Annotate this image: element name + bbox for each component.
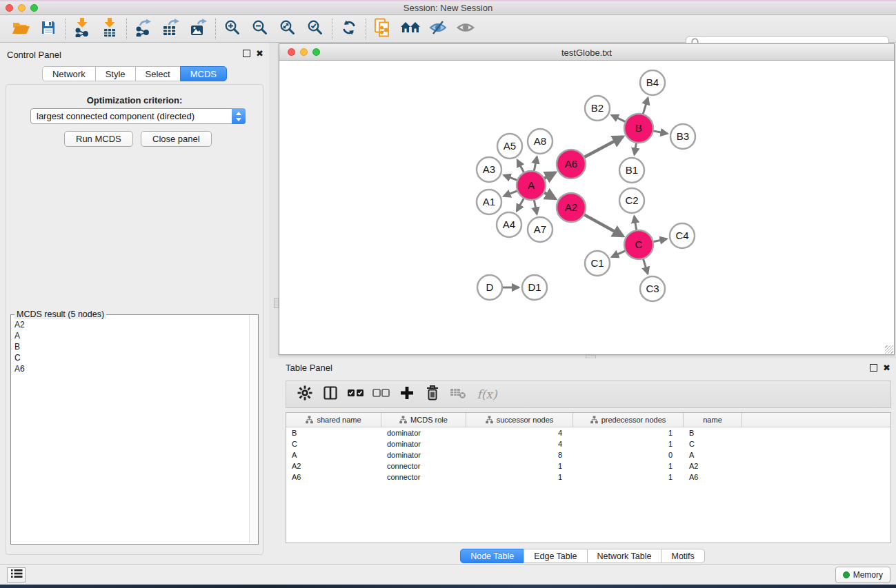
cell-name[interactable]: A2	[684, 460, 742, 472]
zoom-selected-button[interactable]	[301, 17, 329, 41]
save-session-button[interactable]	[34, 17, 62, 41]
network-window-titlebar[interactable]: testGlobe.txt	[279, 44, 894, 61]
edge-A-A3[interactable]	[504, 175, 518, 181]
edge-A-A8[interactable]	[534, 157, 537, 172]
table-row[interactable]: B dominator 4 1 B	[286, 427, 890, 438]
tab-mcds[interactable]: MCDS	[180, 66, 227, 81]
import-table-button[interactable]	[96, 17, 123, 41]
float-panel-icon[interactable]	[243, 50, 250, 57]
list-item[interactable]: A6	[14, 363, 258, 374]
table-settings-button[interactable]	[292, 383, 317, 405]
cell-name[interactable]: C	[684, 438, 742, 449]
tab-motifs[interactable]: Motifs	[661, 549, 704, 563]
delete-table-button[interactable]	[445, 383, 470, 405]
tab-node-table[interactable]: Node Table	[460, 549, 524, 563]
edge-B-B1[interactable]	[635, 143, 637, 155]
cell-mcds-role[interactable]: dominator	[381, 427, 466, 438]
zoom-fit-button[interactable]	[274, 17, 301, 41]
list-item[interactable]: A	[14, 330, 258, 341]
cell-mcds-role[interactable]: dominator	[381, 449, 466, 460]
export-image-button[interactable]	[185, 17, 212, 41]
column-header[interactable]: MCDS role	[381, 413, 466, 427]
cell-name[interactable]: A6	[684, 472, 742, 483]
column-header[interactable]: predecessor nodes	[573, 413, 684, 427]
function-builder-button[interactable]: f(x)	[470, 383, 504, 405]
table-row[interactable]: A dominator 8 0 A	[286, 449, 890, 460]
import-network-button[interactable]	[68, 17, 96, 41]
cell-name[interactable]: B	[684, 427, 742, 438]
cell-predecessor-nodes[interactable]: 0	[573, 449, 684, 460]
show-graphics-details-button[interactable]	[452, 17, 479, 41]
cell-mcds-role[interactable]: connector	[381, 472, 466, 483]
cell-successor-nodes[interactable]: 4	[466, 427, 573, 438]
edge-A-A7[interactable]	[534, 200, 537, 214]
cell-successor-nodes[interactable]: 4	[466, 438, 573, 449]
edge-A2-C[interactable]	[584, 214, 623, 236]
zoom-in-button[interactable]	[219, 17, 246, 41]
delete-column-button[interactable]	[419, 383, 445, 405]
cell-shared-name[interactable]: C	[286, 438, 381, 449]
result-scrollbar[interactable]	[249, 316, 258, 543]
zoom-out-button[interactable]	[246, 17, 274, 41]
select-all-rows-button[interactable]	[343, 383, 368, 405]
create-column-button[interactable]	[394, 383, 419, 405]
clone-network-button[interactable]	[369, 17, 397, 41]
tab-network-table[interactable]: Network Table	[587, 549, 662, 563]
export-table-button[interactable]	[157, 17, 185, 41]
list-item[interactable]: A2	[14, 319, 258, 330]
cell-name[interactable]: A	[684, 449, 742, 460]
close-panel-icon[interactable]: ✖	[256, 50, 263, 57]
cell-successor-nodes[interactable]: 1	[466, 472, 573, 483]
export-network-button[interactable]	[130, 17, 157, 41]
edge-B-B2[interactable]	[612, 115, 626, 122]
column-header[interactable]: name	[684, 413, 742, 427]
table-row[interactable]: A6 connector 1 1 A6	[286, 472, 890, 483]
edge-A-A2[interactable]	[544, 192, 555, 199]
show-columns-button[interactable]	[317, 383, 343, 405]
cell-shared-name[interactable]: A2	[286, 460, 381, 472]
tab-network[interactable]: Network	[42, 66, 96, 81]
table-row[interactable]: A2 connector 1 1 A2	[286, 460, 890, 472]
criterion-dropdown[interactable]: largest connected component (directed)	[30, 108, 246, 124]
cell-predecessor-nodes[interactable]: 1	[573, 460, 684, 472]
edge-A-A6[interactable]	[544, 172, 556, 179]
open-session-button[interactable]	[7, 17, 34, 41]
edge-A-A1[interactable]	[504, 191, 517, 196]
cell-shared-name[interactable]: B	[286, 427, 381, 438]
edge-B-B4[interactable]	[643, 98, 648, 114]
close-panel-button[interactable]: Close panel	[141, 131, 212, 147]
cell-successor-nodes[interactable]: 1	[466, 460, 573, 472]
column-header[interactable]: successor nodes	[466, 413, 573, 427]
cell-predecessor-nodes[interactable]: 1	[573, 472, 684, 483]
tab-edge-table[interactable]: Edge Table	[524, 549, 587, 563]
tab-select[interactable]: Select	[135, 66, 181, 81]
cell-predecessor-nodes[interactable]: 1	[573, 438, 684, 449]
network-canvas[interactable]: B4 B2 B3 B1 A5 A8 A3 A1 A4 A7 C2 C4 C1 C…	[279, 61, 894, 354]
refresh-view-button[interactable]	[335, 17, 363, 41]
edge-A-A5[interactable]	[517, 160, 524, 173]
home-layout-button[interactable]	[397, 17, 424, 41]
memory-button[interactable]: Memory	[835, 567, 890, 583]
column-header[interactable]: shared name	[286, 413, 381, 427]
close-panel-icon[interactable]: ✖	[883, 364, 890, 372]
cell-shared-name[interactable]: A	[286, 449, 381, 460]
task-history-button[interactable]	[7, 567, 26, 582]
edge-A-A4[interactable]	[517, 198, 524, 211]
list-item[interactable]: C	[14, 352, 258, 363]
table-row[interactable]: C dominator 4 1 C	[286, 438, 890, 449]
edge-B-B3[interactable]	[653, 131, 668, 134]
cell-mcds-role[interactable]: dominator	[381, 438, 466, 449]
list-item[interactable]: B	[14, 341, 258, 352]
edge-C-C1[interactable]	[612, 251, 626, 257]
tab-style[interactable]: Style	[95, 66, 136, 81]
edge-C-C3[interactable]	[643, 258, 648, 274]
hide-annotations-button[interactable]	[424, 17, 452, 41]
deselect-all-rows-button[interactable]	[368, 383, 394, 405]
run-mcds-button[interactable]: Run MCDS	[64, 131, 133, 147]
cell-predecessor-nodes[interactable]: 1	[573, 427, 684, 438]
desktop-vertical-scrollbar[interactable]	[274, 298, 279, 308]
window-resize-grip[interactable]	[885, 345, 893, 354]
edge-C-C4[interactable]	[653, 239, 667, 242]
edge-C-C2[interactable]	[635, 216, 637, 231]
cell-mcds-role[interactable]: connector	[381, 460, 466, 472]
